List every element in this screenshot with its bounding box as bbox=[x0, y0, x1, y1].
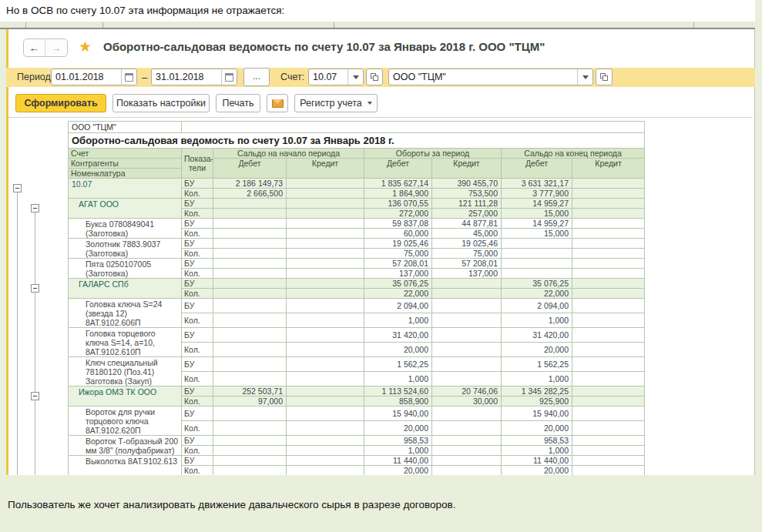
value-cell[interactable] bbox=[432, 456, 502, 466]
value-cell[interactable]: 2 094,00 bbox=[502, 299, 572, 313]
indicator-cell[interactable]: Кол. bbox=[182, 421, 213, 436]
value-cell[interactable]: 19 025,46 bbox=[432, 239, 502, 249]
report-title[interactable]: Оборотно-сальдовая ведомость по счету 10… bbox=[69, 133, 645, 149]
value-cell[interactable]: 3 631 321,17 bbox=[502, 179, 572, 189]
period-to-field[interactable]: 31.01.2018 bbox=[151, 69, 237, 85]
value-cell[interactable] bbox=[572, 313, 645, 328]
value-cell[interactable]: 15,000 bbox=[502, 229, 572, 239]
value-cell[interactable]: 137,000 bbox=[364, 269, 432, 279]
value-cell[interactable]: 19 025,46 bbox=[364, 239, 432, 249]
value-cell[interactable] bbox=[432, 436, 502, 446]
row-label[interactable]: Вороток Т-образный 200 мм 3/8" (полуфабр… bbox=[69, 436, 182, 456]
account-open-button[interactable] bbox=[366, 69, 383, 85]
value-cell[interactable]: 59 837,08 bbox=[364, 219, 432, 229]
value-cell[interactable] bbox=[287, 372, 364, 386]
row-label[interactable]: АГАТ ООО bbox=[69, 199, 182, 219]
register-menu-button[interactable]: Регистр учета bbox=[294, 94, 378, 112]
value-cell[interactable] bbox=[213, 249, 287, 259]
value-cell[interactable]: 20,000 bbox=[502, 421, 572, 436]
value-cell[interactable] bbox=[287, 219, 364, 229]
generate-button[interactable]: Сформировать bbox=[15, 94, 106, 112]
value-cell[interactable] bbox=[213, 313, 287, 328]
row-label[interactable]: Головка торцевого ключа S=14, а=10, 8АТ.… bbox=[69, 328, 182, 357]
value-cell[interactable] bbox=[572, 269, 645, 279]
value-cell[interactable]: 1 562,25 bbox=[502, 357, 572, 372]
value-cell[interactable] bbox=[572, 209, 645, 219]
value-cell[interactable] bbox=[572, 189, 645, 199]
value-cell[interactable] bbox=[572, 357, 645, 372]
value-cell[interactable]: 57 208,01 bbox=[432, 259, 502, 269]
value-cell[interactable] bbox=[287, 229, 364, 239]
value-cell[interactable] bbox=[213, 436, 287, 446]
report-org-cell[interactable]: ООО "ТЦМ" bbox=[69, 122, 182, 133]
value-cell[interactable] bbox=[572, 199, 645, 209]
value-cell[interactable] bbox=[213, 219, 287, 229]
indicator-cell[interactable]: БУ bbox=[182, 179, 213, 189]
value-cell[interactable]: 22,000 bbox=[364, 289, 432, 299]
forward-button[interactable]: → bbox=[45, 39, 67, 56]
indicator-cell[interactable]: Кол. bbox=[182, 269, 213, 279]
value-cell[interactable] bbox=[287, 299, 364, 313]
value-cell[interactable]: 22,000 bbox=[502, 289, 572, 299]
value-cell[interactable]: 272,000 bbox=[364, 209, 432, 219]
indicator-cell[interactable]: Кол. bbox=[182, 396, 213, 407]
row-label[interactable]: Вороток для ручки торцового ключа 8АТ.91… bbox=[69, 407, 182, 436]
value-cell[interactable] bbox=[572, 466, 645, 476]
value-cell[interactable] bbox=[213, 466, 287, 476]
organization-open-button[interactable] bbox=[596, 69, 613, 85]
value-cell[interactable]: 257,000 bbox=[432, 209, 502, 219]
period-from-value[interactable]: 01.01.2018 bbox=[52, 69, 121, 85]
value-cell[interactable]: 1 113 524,60 bbox=[364, 386, 432, 396]
value-cell[interactable] bbox=[213, 289, 287, 299]
value-cell[interactable] bbox=[572, 289, 645, 299]
value-cell[interactable]: 20,000 bbox=[364, 343, 432, 357]
value-cell[interactable] bbox=[502, 249, 572, 259]
value-cell[interactable]: 2 094,00 bbox=[364, 299, 432, 313]
indicator-cell[interactable]: Кол. bbox=[182, 446, 213, 456]
value-cell[interactable]: 1 562,25 bbox=[364, 357, 432, 372]
indicator-cell[interactable]: БУ bbox=[182, 386, 213, 396]
indicator-cell[interactable]: БУ bbox=[182, 328, 213, 343]
value-cell[interactable] bbox=[502, 239, 572, 249]
show-settings-button[interactable]: Показать настройки bbox=[112, 94, 210, 112]
calendar-button[interactable] bbox=[221, 69, 237, 85]
value-cell[interactable]: 252 503,71 bbox=[213, 386, 287, 396]
row-label[interactable]: Ижора ОМЗ ТК ООО bbox=[69, 386, 182, 407]
value-cell[interactable] bbox=[572, 299, 645, 313]
indicator-cell[interactable]: БУ bbox=[182, 407, 213, 421]
value-cell[interactable] bbox=[213, 259, 287, 269]
value-cell[interactable] bbox=[287, 357, 364, 372]
value-cell[interactable] bbox=[213, 279, 287, 289]
value-cell[interactable] bbox=[287, 466, 364, 476]
value-cell[interactable]: 44 877,81 bbox=[432, 219, 502, 229]
value-cell[interactable] bbox=[287, 189, 364, 199]
value-cell[interactable] bbox=[287, 421, 364, 436]
value-cell[interactable]: 20,000 bbox=[364, 421, 432, 436]
value-cell[interactable] bbox=[572, 239, 645, 249]
value-cell[interactable] bbox=[572, 456, 645, 466]
value-cell[interactable]: 136 070,55 bbox=[364, 199, 432, 209]
indicator-cell[interactable]: Кол. bbox=[182, 466, 213, 476]
row-label[interactable]: Ключ специальный 78180120 (Поз.41) Загот… bbox=[69, 357, 182, 386]
indicator-cell[interactable]: БУ bbox=[182, 456, 213, 466]
row-label[interactable]: Головка ключа S=24 (звезда 12) 8АТ.9102.… bbox=[69, 299, 182, 328]
value-cell[interactable] bbox=[213, 343, 287, 357]
collapse-group-button[interactable] bbox=[13, 184, 22, 192]
value-cell[interactable] bbox=[502, 259, 572, 269]
value-cell[interactable]: 35 076,25 bbox=[364, 279, 432, 289]
value-cell[interactable] bbox=[287, 313, 364, 328]
value-cell[interactable] bbox=[572, 179, 645, 189]
indicator-cell[interactable]: БУ bbox=[182, 199, 213, 209]
organization-value[interactable]: ООО "ТЦМ" bbox=[389, 69, 577, 85]
value-cell[interactable] bbox=[572, 229, 645, 239]
indicator-cell[interactable]: Кол. bbox=[182, 189, 213, 199]
value-cell[interactable]: 958,53 bbox=[364, 436, 432, 446]
value-cell[interactable]: 1,000 bbox=[502, 313, 572, 328]
value-cell[interactable]: 20 746,06 bbox=[432, 386, 502, 396]
organization-dropdown-button[interactable] bbox=[577, 69, 592, 85]
row-label[interactable]: ГАЛАРС СПб bbox=[69, 279, 182, 299]
value-cell[interactable] bbox=[432, 289, 502, 299]
value-cell[interactable] bbox=[213, 328, 287, 343]
value-cell[interactable] bbox=[287, 279, 364, 289]
value-cell[interactable] bbox=[287, 209, 364, 219]
